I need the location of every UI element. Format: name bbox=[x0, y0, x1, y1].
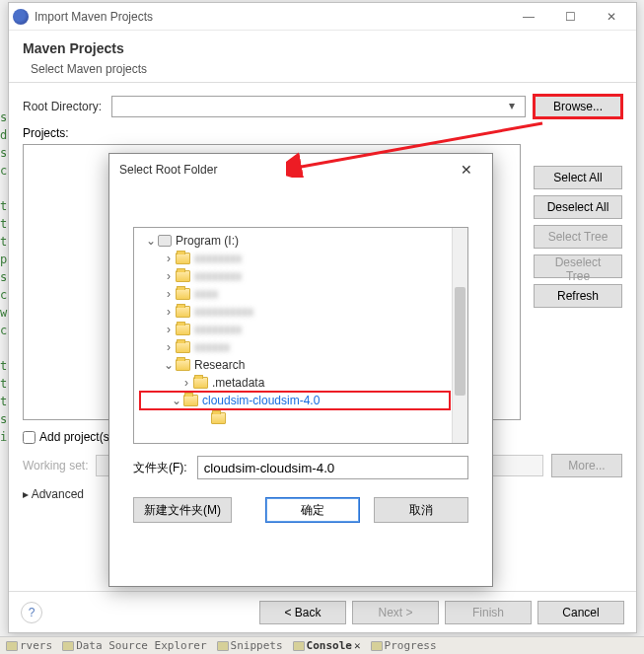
finish-button: Finish bbox=[445, 601, 532, 624]
close-button[interactable]: ✕ bbox=[591, 4, 632, 30]
collapse-icon[interactable]: ⌄ bbox=[170, 394, 183, 407]
status-bar: rvers Data Source Explorer Snippets Cons… bbox=[0, 636, 644, 654]
expand-icon[interactable]: › bbox=[162, 323, 176, 336]
tree-item-blurred[interactable]: xxxxxx bbox=[194, 340, 230, 354]
maximize-button[interactable]: ☐ bbox=[549, 4, 591, 30]
browse-button[interactable]: Browse... bbox=[534, 95, 622, 118]
tree-selected-item[interactable]: cloudsim-cloudsim-4.0 bbox=[202, 394, 320, 407]
folder-icon bbox=[176, 341, 190, 353]
select-tree-button: Select Tree bbox=[534, 225, 622, 249]
folder-icon bbox=[176, 324, 190, 335]
tree-scrollbar[interactable] bbox=[452, 228, 467, 443]
tab-dse[interactable]: Data Source Explorer bbox=[62, 639, 206, 652]
tree-item-blurred[interactable]: xxxx bbox=[194, 287, 218, 301]
drive-icon bbox=[158, 235, 172, 247]
banner-subtitle: Select Maven projects bbox=[23, 62, 622, 76]
folder-field-label: 文件夹(F): bbox=[133, 460, 187, 476]
folder-tree[interactable]: ⌄ Program (I:) ›xxxxxxxx ›xxxxxxxx ›xxxx… bbox=[133, 227, 468, 444]
deselect-tree-button: Deselect Tree bbox=[534, 254, 622, 278]
expand-icon[interactable]: › bbox=[162, 269, 176, 283]
help-button[interactable]: ? bbox=[21, 602, 42, 623]
ok-button[interactable]: 确定 bbox=[265, 497, 360, 523]
banner: Maven Projects Select Maven projects bbox=[9, 31, 636, 83]
sub-close-button[interactable]: ✕ bbox=[451, 162, 482, 178]
back-button[interactable]: < Back bbox=[259, 601, 346, 624]
root-directory-input[interactable] bbox=[111, 96, 526, 117]
folder-icon bbox=[176, 270, 190, 282]
sub-cancel-button[interactable]: 取消 bbox=[374, 497, 468, 523]
deselect-all-button[interactable]: Deselect All bbox=[534, 195, 622, 219]
tree-item-blurred[interactable]: xxxxxxxxxx bbox=[194, 305, 253, 319]
folder-icon bbox=[193, 377, 208, 389]
minimize-button[interactable]: — bbox=[508, 4, 549, 30]
tab-servers[interactable]: rvers bbox=[6, 639, 52, 652]
expand-icon[interactable]: › bbox=[179, 376, 193, 390]
folder-icon bbox=[176, 253, 190, 264]
tab-snippets[interactable]: Snippets bbox=[217, 639, 283, 652]
cancel-button[interactable]: Cancel bbox=[537, 601, 624, 624]
select-all-button[interactable]: Select All bbox=[534, 166, 622, 189]
more-button: More... bbox=[551, 454, 622, 477]
banner-title: Maven Projects bbox=[23, 40, 622, 56]
dialog-footer: ? < Back Next > Finish Cancel bbox=[9, 591, 636, 632]
add-projects-checkbox[interactable] bbox=[23, 431, 36, 444]
sub-titlebar: Select Root Folder ✕ bbox=[109, 154, 492, 185]
tree-root[interactable]: Program (I:) bbox=[176, 234, 239, 248]
tree-research[interactable]: Research bbox=[194, 358, 245, 372]
expand-icon[interactable]: › bbox=[162, 287, 176, 301]
folder-icon bbox=[176, 359, 190, 371]
tab-console[interactable]: Console ✕ bbox=[293, 639, 361, 652]
refresh-button[interactable]: Refresh bbox=[534, 284, 622, 308]
sub-title: Select Root Folder bbox=[119, 163, 451, 177]
side-buttons: Select All Deselect All Select Tree Dese… bbox=[534, 166, 622, 308]
window-title: Import Maven Projects bbox=[35, 10, 508, 24]
tree-metadata[interactable]: .metadata bbox=[212, 376, 264, 390]
tree-item-blurred[interactable]: xxxxxxxx bbox=[194, 252, 242, 265]
expand-icon[interactable]: › bbox=[162, 340, 176, 354]
folder-icon bbox=[176, 288, 190, 300]
scrollbar-thumb[interactable] bbox=[455, 287, 465, 396]
app-icon bbox=[13, 9, 29, 25]
folder-icon bbox=[211, 412, 226, 424]
tree-item-blurred[interactable]: xxxxxxxx bbox=[194, 323, 242, 336]
folder-icon bbox=[183, 395, 198, 406]
expand-icon[interactable]: › bbox=[162, 305, 176, 319]
titlebar: Import Maven Projects — ☐ ✕ bbox=[9, 3, 636, 31]
chevron-down-icon[interactable]: ▾ bbox=[509, 99, 523, 112]
tree-item-blurred[interactable]: xxxxxxxx bbox=[194, 269, 242, 283]
root-directory-label: Root Directory: bbox=[23, 100, 111, 113]
collapse-icon[interactable]: ⌄ bbox=[162, 358, 176, 372]
next-button: Next > bbox=[352, 601, 439, 624]
new-folder-button[interactable]: 新建文件夹(M) bbox=[133, 497, 232, 523]
select-folder-dialog: Select Root Folder ✕ ⌄ Program (I:) ›xxx… bbox=[108, 153, 493, 587]
folder-field-input[interactable] bbox=[197, 456, 468, 479]
collapse-icon[interactable]: ⌄ bbox=[144, 234, 158, 248]
working-set-label: Working set: bbox=[23, 459, 88, 472]
add-projects-label: Add project(s bbox=[39, 430, 109, 444]
expand-icon[interactable]: › bbox=[162, 252, 176, 265]
folder-icon bbox=[176, 306, 190, 318]
tab-progress[interactable]: Progress bbox=[371, 639, 437, 652]
projects-label: Projects: bbox=[23, 126, 622, 140]
